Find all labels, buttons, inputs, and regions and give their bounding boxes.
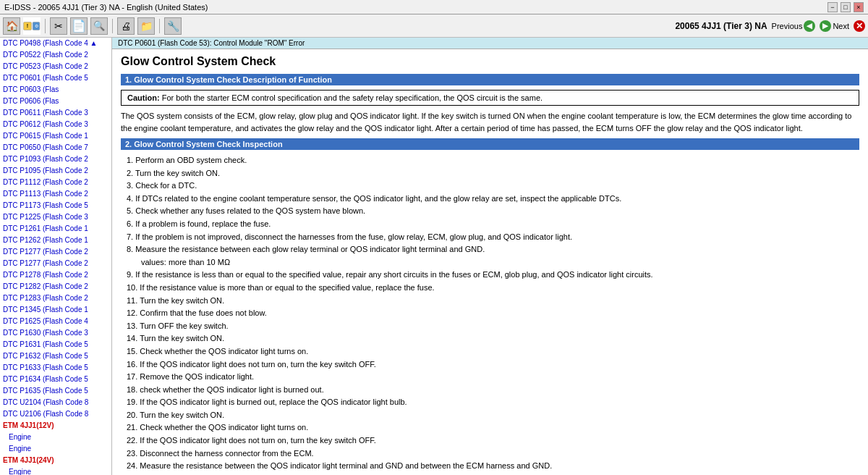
sidebar-item-dtc-p1345[interactable]: DTC P1345 (Flash Code 1 — [0, 304, 111, 316]
step-item: 18. check whether the QOS indicator ligh… — [121, 384, 859, 397]
sidebar-item-etm-4jj1-12v[interactable]: ETM 4JJ1(12V) — [0, 420, 111, 432]
minimize-button[interactable]: − — [827, 2, 838, 12]
tool-icon[interactable]: 🔧 — [164, 17, 182, 35]
step-item: 8. Measure the resistance between each g… — [121, 243, 859, 256]
sidebar-item-dtc-p1278[interactable]: DTC P1278 (Flash Code 2 — [0, 269, 111, 281]
toolbar-left: 🏠 ! ⚙ ✂ 📄 🔍 🖨 📁 🔧 — [3, 17, 182, 35]
step-list: 1. Perform an OBD system check.2. Turn t… — [121, 154, 859, 475]
sidebar-item-dtc-p498[interactable]: DTC P0498 (Flash Code 4 ▲ — [0, 38, 111, 49]
sidebar-item-dtc-p1631[interactable]: DTC P1631 (Flash Code 5 — [0, 339, 111, 350]
sidebar-item-dtc-p1283[interactable]: DTC P1283 (Flash Code 2 — [0, 293, 111, 304]
sidebar-item-dtc-p1633[interactable]: DTC P1633 (Flash Code 5 — [0, 362, 111, 374]
sidebar-item-dtc-p1262[interactable]: DTC P1262 (Flash Code 1 — [0, 235, 111, 246]
step-item: 5. Check whether any fuses related to th… — [121, 205, 859, 218]
toolbar-separator3 — [159, 19, 160, 33]
close-nav-icon[interactable]: ✕ — [854, 20, 865, 32]
print-icon[interactable]: 🖨 — [117, 17, 135, 35]
step-item: 9. If the resistance is less than or equ… — [121, 269, 859, 282]
step-item: 1. Perform an OBD system check. — [121, 154, 859, 167]
caution-box: Caution: For both the starter ECM contro… — [121, 90, 859, 106]
sidebar-item-dtc-p1225[interactable]: DTC P1225 (Flash Code 3 — [0, 211, 111, 223]
sidebar-item-dtc-p612[interactable]: DTC P0612 (Flash Code 3 — [0, 119, 111, 130]
sidebar-item-dtc-p1093[interactable]: DTC P1093 (Flash Code 2 — [0, 154, 111, 165]
folder-icon[interactable]: 📁 — [137, 17, 155, 35]
previous-button[interactable]: Previous ◀ — [772, 20, 816, 32]
toolbar-separator — [45, 19, 46, 33]
sidebar-item-dtc-p1277[interactable]: DTC P1277 (Flash Code 2 — [0, 246, 111, 258]
sidebar-item-dtc-p1095[interactable]: DTC P1095 (Flash Code 2 — [0, 165, 111, 177]
caution-label: Caution: — [127, 93, 160, 102]
sidebar-item-engine2[interactable]: Engine — [0, 443, 111, 455]
step-item: 12. Confirm that the fuse does not blow. — [121, 307, 859, 320]
sidebar-item-dtc-p1112[interactable]: DTC P1112 (Flash Code 2 — [0, 177, 111, 188]
page-title: Glow Control System Check — [121, 55, 859, 68]
sidebar-item-dtc-p1630[interactable]: DTC P1630 (Flash Code 3 — [0, 327, 111, 339]
sidebar-item-dtc-p1632[interactable]: DTC P1632 (Flash Code 5 — [0, 350, 111, 362]
toolbar-separator2 — [112, 19, 113, 33]
prev-label: Previous — [772, 22, 803, 30]
svg-text:!: ! — [27, 22, 28, 29]
section2-header: 2. Glow Control System Check Inspection — [121, 138, 859, 150]
sidebar-item-dtc-p601[interactable]: DTC P0601 (Flash Code 5 — [0, 72, 111, 84]
sidebar-item-dtc-p1277b[interactable]: DTC P1277 (Flash Code 2 — [0, 258, 111, 269]
scissors-icon[interactable]: ✂ — [50, 17, 67, 35]
breadcrumb: DTC P0601 (Flash Code 53): Control Modul… — [112, 38, 868, 49]
step-item: 10. If the resistance value is more than… — [121, 282, 859, 295]
close-button[interactable]: × — [854, 2, 864, 12]
sidebar-item-dtc-p611[interactable]: DTC P0611 (Flash Code 3 — [0, 107, 111, 119]
step-item: 21. Check whether the QOS indicator ligh… — [121, 421, 859, 434]
sidebar-item-dtc-p615[interactable]: DTC P0615 (Flash Code 1 — [0, 130, 111, 142]
toolbar: 🏠 ! ⚙ ✂ 📄 🔍 🖨 📁 🔧 20065 4JJ1 (Tier 3) NA… — [0, 14, 868, 38]
app-info: 20065 4JJ1 (Tier 3) NA — [675, 21, 767, 31]
step-item: 15. Check whether the QOS indicator ligh… — [121, 345, 859, 358]
step-item: 23. Disconnect the harness connector fro… — [121, 447, 859, 461]
step-item: 3. Check for a DTC. — [121, 180, 859, 193]
window-controls[interactable]: − □ × — [827, 2, 864, 12]
svg-text:⚙: ⚙ — [35, 24, 38, 28]
step-item: 4. If DTCs related to the engine coolant… — [121, 193, 859, 206]
sidebar-item-etm-4jj1-24v[interactable]: ETM 4JJ1(24V) — [0, 455, 111, 466]
step-item: 7. If the problem is not improved, disco… — [121, 231, 859, 244]
step-item: 11. Turn the key switch ON. — [121, 295, 859, 308]
sidebar: DTC P0498 (Flash Code 4 ▲DTC P0522 (Flas… — [0, 38, 112, 475]
sidebar-item-dtc-u2104[interactable]: DTC U2104 (Flash Code 8 — [0, 397, 111, 408]
prev-icon: ◀ — [804, 20, 815, 32]
sidebar-item-dtc-u2106[interactable]: DTC U2106 (Flash Code 8 — [0, 408, 111, 420]
sidebar-item-engine3[interactable]: Engine — [0, 466, 111, 475]
main-layout: DTC P0498 (Flash Code 4 ▲DTC P0522 (Flas… — [0, 38, 868, 475]
maximize-button[interactable]: □ — [841, 2, 851, 12]
step-item: 20. Turn the key switch ON. — [121, 409, 859, 422]
sidebar-item-engine1[interactable]: Engine — [0, 432, 111, 443]
content-area: DTC P0601 (Flash Code 53): Control Modul… — [112, 38, 868, 475]
description-text: The QOS system consists of the ECM, glow… — [121, 110, 859, 134]
section1-header: 1. Glow Control System Check Description… — [121, 74, 859, 85]
home-icon[interactable]: 🏠 — [3, 17, 20, 35]
step-item: 6. If a problem is found, replace the fu… — [121, 218, 859, 231]
step-item: 24. Measure the resistance between the Q… — [121, 460, 859, 473]
sidebar-item-dtc-p1634[interactable]: DTC P1634 (Flash Code 5 — [0, 374, 111, 385]
content-body: Glow Control System Check 1. Glow Contro… — [112, 49, 868, 475]
title-bar: E-IDSS - 20065 4JJ1 (Tier 3) NA - Englis… — [0, 0, 868, 14]
step-item: 14. Turn the key switch ON. — [121, 332, 859, 345]
step-item: 13. Turn OFF the key switch. — [121, 320, 859, 333]
sidebar-item-dtc-p1625[interactable]: DTC P1625 (Flash Code 4 — [0, 316, 111, 327]
sidebar-item-dtc-p1261[interactable]: DTC P1261 (Flash Code 1 — [0, 223, 111, 235]
sidebar-item-dtc-p603[interactable]: DTC P0603 (Flas — [0, 84, 111, 96]
sidebar-item-dtc-p1635[interactable]: DTC P1635 (Flash Code 5 — [0, 385, 111, 397]
next-icon: ▶ — [820, 20, 831, 32]
sidebar-item-dtc-p650[interactable]: DTC P0650 (Flash Code 7 — [0, 142, 111, 154]
info-icon[interactable]: ! ⚙ — [23, 17, 41, 35]
sidebar-item-dtc-p1113[interactable]: DTC P1113 (Flash Code 2 — [0, 188, 111, 200]
sidebar-item-dtc-p523[interactable]: DTC P0523 (Flash Code 2 — [0, 61, 111, 72]
sidebar-item-dtc-p1173[interactable]: DTC P1173 (Flash Code 5 — [0, 200, 111, 211]
sidebar-item-dtc-p522[interactable]: DTC P0522 (Flash Code 2 — [0, 49, 111, 61]
sidebar-item-dtc-p1282[interactable]: DTC P1282 (Flash Code 2 — [0, 281, 111, 293]
step-item: 17. Remove the QOS indicator light. — [121, 371, 859, 384]
step-item: 2. Turn the key switch ON. — [121, 167, 859, 180]
step-item: 19. If the QOS indicator light is burned… — [121, 396, 859, 409]
step-item: 16. If the QOS indicator light does not … — [121, 358, 859, 371]
sidebar-item-dtc-p606[interactable]: DTC P0606 (Flas — [0, 96, 111, 107]
page-icon[interactable]: 📄 — [70, 17, 88, 35]
next-button[interactable]: ▶ Next — [820, 20, 849, 32]
zoom-icon[interactable]: 🔍 — [90, 17, 108, 35]
